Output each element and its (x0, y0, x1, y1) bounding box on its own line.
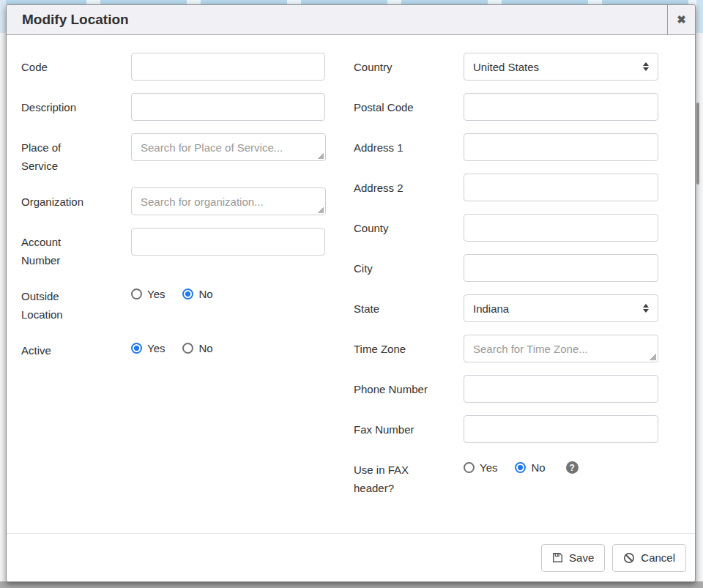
updown-arrows-icon (643, 62, 649, 71)
description-input[interactable] (131, 93, 325, 121)
resize-grip-icon (317, 206, 324, 213)
address-1-label: Address 1 (354, 133, 464, 157)
cancel-ban-icon (623, 552, 635, 564)
country-select[interactable]: United States (464, 53, 658, 81)
use-in-fax-header-yes-radio[interactable]: Yes (464, 461, 497, 474)
field-row-time-zone: Time Zone (354, 335, 658, 362)
description-label: Description (21, 93, 131, 116)
place-of-service-label: Place of Service (21, 133, 131, 175)
radio-option-label: No (198, 288, 212, 300)
page-scrollbar-thumb (696, 103, 699, 185)
address-2-input[interactable] (464, 174, 658, 201)
state-label: State (354, 294, 464, 318)
cancel-button[interactable]: Cancel (612, 544, 686, 572)
radio-input[interactable] (515, 462, 526, 473)
page-background-right (696, 0, 703, 582)
city-label: City (354, 254, 464, 278)
dialog-header: Modify Location ✖ (7, 5, 695, 35)
radio-input[interactable] (131, 289, 142, 299)
field-row-address-2: Address 2 (354, 174, 658, 201)
time-zone-search-input[interactable] (464, 335, 658, 362)
account-number-input[interactable] (131, 228, 325, 256)
form-column-right: Country United States Postal Code Addres… (354, 53, 658, 510)
use-in-fax-header-no-radio[interactable]: No (515, 461, 545, 474)
code-label: Code (21, 53, 131, 76)
organization-label: Organization (21, 187, 131, 211)
field-row-use-in-fax-header: Use in FAX header? Yes No ? (354, 455, 658, 497)
radio-option-label: Yes (480, 461, 497, 474)
select-value: United States (473, 61, 539, 73)
dialog-footer: Save Cancel (7, 533, 695, 581)
use-in-fax-header-label: Use in FAX header? (354, 455, 464, 497)
cancel-button-label: Cancel (641, 551, 675, 564)
resize-grip-icon (650, 354, 656, 360)
field-row-city: City (354, 254, 658, 282)
save-button-label: Save (569, 551, 594, 564)
page-background-bottom (0, 581, 703, 588)
resize-grip-icon (317, 152, 324, 159)
field-row-phone-number: Phone Number (354, 375, 658, 403)
postal-code-input[interactable] (464, 93, 658, 121)
outside-location-label: Outside Location (21, 282, 131, 324)
field-row-account-number: Account Number (21, 228, 325, 269)
active-yes-radio[interactable]: Yes (131, 342, 165, 354)
time-zone-label: Time Zone (354, 335, 464, 358)
phone-number-input[interactable] (464, 375, 658, 403)
dialog-title: Modify Location (7, 5, 667, 34)
select-value: Indiana (473, 302, 509, 315)
outside-location-yes-radio[interactable]: Yes (131, 288, 165, 300)
place-of-service-search-input[interactable] (131, 133, 326, 161)
fax-number-input[interactable] (464, 415, 658, 443)
field-row-place-of-service: Place of Service (21, 133, 325, 175)
radio-option-label: No (198, 342, 212, 354)
modify-location-dialog: Modify Location ✖ Code Description Place… (6, 4, 696, 582)
country-label: Country (354, 53, 464, 76)
active-label: Active (21, 336, 131, 360)
city-input[interactable] (464, 254, 658, 282)
page-background-left (0, 0, 6, 582)
organization-search-input[interactable] (131, 187, 326, 215)
field-row-active: Active Yes No (21, 336, 325, 364)
address-2-label: Address 2 (354, 174, 464, 197)
radio-input[interactable] (182, 289, 193, 299)
radio-option-label: No (531, 461, 545, 474)
field-row-county: County (354, 214, 658, 242)
county-label: County (354, 214, 464, 237)
state-select[interactable]: Indiana (464, 294, 658, 322)
form-column-left: Code Description Place of Service Organi… (21, 53, 325, 510)
account-number-label: Account Number (21, 228, 131, 269)
updown-arrows-icon (643, 304, 649, 313)
outside-location-no-radio[interactable]: No (182, 288, 212, 300)
radio-input[interactable] (131, 343, 142, 354)
radio-option-label: Yes (147, 288, 165, 300)
field-row-state: State Indiana (354, 294, 658, 322)
postal-code-label: Postal Code (354, 93, 464, 116)
field-row-postal-code: Postal Code (354, 93, 658, 121)
fax-number-label: Fax Number (354, 415, 464, 439)
help-icon[interactable]: ? (566, 461, 579, 474)
field-row-country: Country United States (354, 53, 658, 81)
field-row-code: Code (21, 53, 325, 81)
phone-number-label: Phone Number (354, 375, 464, 398)
close-icon: ✖ (677, 13, 686, 26)
code-input[interactable] (131, 53, 325, 81)
address-1-input[interactable] (464, 133, 658, 161)
field-row-outside-location: Outside Location Yes No (21, 282, 325, 324)
active-no-radio[interactable]: No (182, 342, 212, 354)
radio-input[interactable] (182, 343, 193, 354)
save-button[interactable]: Save (541, 544, 605, 572)
save-floppy-icon (552, 552, 563, 563)
field-row-description: Description (21, 93, 325, 121)
close-button[interactable]: ✖ (667, 5, 695, 34)
field-row-organization: Organization (21, 187, 325, 215)
radio-option-label: Yes (147, 342, 165, 354)
field-row-address-1: Address 1 (354, 133, 658, 161)
county-input[interactable] (464, 214, 658, 242)
radio-input[interactable] (464, 462, 475, 473)
dialog-body: Code Description Place of Service Organi… (7, 35, 695, 533)
field-row-fax-number: Fax Number (354, 415, 658, 443)
